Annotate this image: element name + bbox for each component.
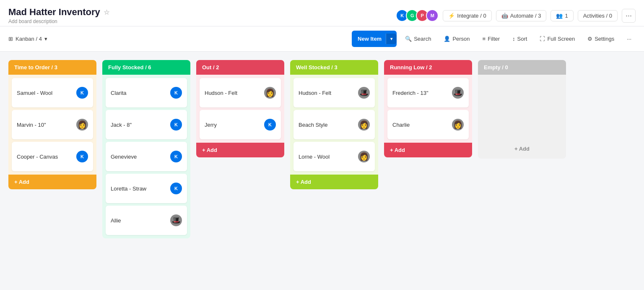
column-header-out: Out / 2 xyxy=(196,60,284,75)
card-avatar: K xyxy=(170,87,182,99)
search-label: Search xyxy=(414,36,431,42)
card-time-to-order-0[interactable]: Samuel - WoolK xyxy=(12,78,93,107)
new-item-arrow[interactable]: ▾ xyxy=(386,34,397,44)
card-avatar: 👩 xyxy=(452,119,464,131)
toolbar-more-button[interactable]: ··· xyxy=(623,33,636,44)
card-title: Cooper - Canvas xyxy=(17,154,58,160)
sort-label: Sort xyxy=(517,36,527,42)
card-well-stocked-2[interactable]: Lorne - Wool👩 xyxy=(293,142,375,171)
fullscreen-label: Full Screen xyxy=(547,36,575,42)
add-item-out[interactable]: + Add xyxy=(196,143,284,157)
members-button[interactable]: 👥 1 xyxy=(551,10,573,21)
card-avatar: 👩 xyxy=(76,119,88,131)
board-star[interactable]: ☆ xyxy=(104,8,109,16)
column-body-out: Hudson - Felt👩JerryK xyxy=(196,75,284,143)
members-icon: 👥 xyxy=(556,13,563,19)
board-title-text: Mad Hatter Inventory xyxy=(8,7,100,18)
card-title: Clarita xyxy=(111,90,127,96)
card-running-low-0[interactable]: Frederich - 13"🎩 xyxy=(387,78,469,107)
card-fully-stocked-1[interactable]: Jack - 8"K xyxy=(106,110,187,139)
column-empty: Empty / 0+ Add xyxy=(478,60,566,159)
card-title: Charlie xyxy=(392,122,410,128)
column-body-empty: + Add xyxy=(478,75,566,159)
card-title: Frederich - 13" xyxy=(392,90,428,96)
column-time-to-order: Time to Order / 3Samuel - WoolKMarvin - … xyxy=(8,60,96,189)
card-avatar: K xyxy=(76,151,88,162)
integrate-label: Integrate / 0 xyxy=(457,13,486,19)
column-well-stocked: Well Stocked / 3Hudson - Felt🎩Beach Styl… xyxy=(290,60,378,189)
column-fully-stocked: Fully Stocked / 6ClaritaKJack - 8"KGenev… xyxy=(102,60,190,238)
new-item-label: New Item xyxy=(358,36,386,42)
view-label: Kanban / 4 xyxy=(16,36,42,42)
view-selector[interactable]: ⊞ Kanban / 4 ▾ xyxy=(8,36,47,42)
card-avatar: 🎩 xyxy=(452,87,464,99)
board-area: Time to Order / 3Samuel - WoolKMarvin - … xyxy=(0,52,644,261)
more-options-button[interactable]: ··· xyxy=(622,9,636,23)
column-body-time-to-order: Samuel - WoolKMarvin - 10"👩Cooper - Canv… xyxy=(8,75,96,175)
person-button[interactable]: 👤 Person xyxy=(439,33,474,44)
card-title: Allie xyxy=(111,217,121,224)
card-avatar: K xyxy=(170,183,182,194)
column-header-fully-stocked: Fully Stocked / 6 xyxy=(102,60,190,75)
card-title: Jerry xyxy=(205,122,217,128)
card-avatar: 👩 xyxy=(358,119,370,131)
person-icon: 👤 xyxy=(444,36,450,42)
header-left: Mad Hatter Inventory ☆ Add board descrip… xyxy=(8,7,109,24)
sort-button[interactable]: ↕ Sort xyxy=(508,33,531,44)
column-out: Out / 2Hudson - Felt👩JerryK+ Add xyxy=(196,60,284,157)
card-fully-stocked-2[interactable]: GenevieveK xyxy=(106,142,187,171)
column-body-well-stocked: Hudson - Felt🎩Beach Style👩Lorne - Wool👩 xyxy=(290,75,378,175)
add-item-well-stocked[interactable]: + Add xyxy=(290,175,378,189)
settings-icon: ⚙ xyxy=(587,36,592,42)
card-fully-stocked-0[interactable]: ClaritaK xyxy=(106,78,187,107)
card-running-low-1[interactable]: Charlie👩 xyxy=(387,110,469,139)
automate-icon: 🤖 xyxy=(501,13,508,19)
card-time-to-order-2[interactable]: Cooper - CanvasK xyxy=(12,142,93,171)
card-avatar: 👩 xyxy=(264,87,276,99)
chevron-down-icon: ▾ xyxy=(44,36,47,42)
settings-label: Settings xyxy=(595,36,614,42)
add-item-running-low[interactable]: + Add xyxy=(384,143,472,157)
filter-button[interactable]: ≡ Filter xyxy=(478,33,504,44)
automate-button[interactable]: 🤖 Automate / 3 xyxy=(496,10,547,21)
avatar-m[interactable]: M xyxy=(426,9,439,22)
card-title: Hudson - Felt xyxy=(299,90,331,96)
column-header-running-low: Running Low / 2 xyxy=(384,60,472,75)
card-avatar: K xyxy=(170,119,182,131)
integrate-button[interactable]: ⚡ Integrate / 0 xyxy=(443,10,491,21)
settings-button[interactable]: ⚙ Settings xyxy=(583,33,618,44)
card-title: Samuel - Wool xyxy=(17,90,52,96)
card-title: Beach Style xyxy=(299,122,327,128)
column-body-running-low: Frederich - 13"🎩Charlie👩 xyxy=(384,75,472,143)
person-label: Person xyxy=(452,36,470,42)
card-fully-stocked-4[interactable]: Allie🎩 xyxy=(106,206,187,235)
board-title: Mad Hatter Inventory ☆ xyxy=(8,7,109,18)
card-out-0[interactable]: Hudson - Felt👩 xyxy=(200,78,281,107)
column-header-time-to-order: Time to Order / 3 xyxy=(8,60,96,75)
search-button[interactable]: 🔍 Search xyxy=(401,33,435,44)
card-avatar: 👩 xyxy=(358,151,370,162)
card-avatar: K xyxy=(170,151,182,162)
card-avatar: 🎩 xyxy=(358,87,370,99)
card-title: Loretta - Straw xyxy=(111,185,146,192)
card-fully-stocked-3[interactable]: Loretta - StrawK xyxy=(106,174,187,203)
card-well-stocked-1[interactable]: Beach Style👩 xyxy=(293,110,375,139)
app-header: Mad Hatter Inventory ☆ Add board descrip… xyxy=(0,0,644,26)
activities-button[interactable]: Activities / 0 xyxy=(578,10,618,21)
card-well-stocked-0[interactable]: Hudson - Felt🎩 xyxy=(293,78,375,107)
new-item-button[interactable]: New Item ▾ xyxy=(352,31,397,47)
automate-label: Automate / 3 xyxy=(510,13,541,19)
search-icon: 🔍 xyxy=(405,36,412,42)
add-item-time-to-order[interactable]: + Add xyxy=(8,175,96,189)
fullscreen-button[interactable]: ⛶ Full Screen xyxy=(535,33,579,44)
card-title: Jack - 8" xyxy=(111,122,132,128)
card-title: Genevieve xyxy=(111,154,137,160)
card-time-to-order-1[interactable]: Marvin - 10"👩 xyxy=(12,110,93,139)
card-out-1[interactable]: JerryK xyxy=(200,110,281,139)
board-subtitle[interactable]: Add board description xyxy=(8,18,109,24)
card-avatar: K xyxy=(76,87,88,99)
kanban-icon: ⊞ xyxy=(8,36,13,42)
add-item-empty[interactable]: + Add xyxy=(514,146,530,152)
card-avatar: K xyxy=(264,119,276,131)
card-title: Hudson - Felt xyxy=(205,90,237,96)
